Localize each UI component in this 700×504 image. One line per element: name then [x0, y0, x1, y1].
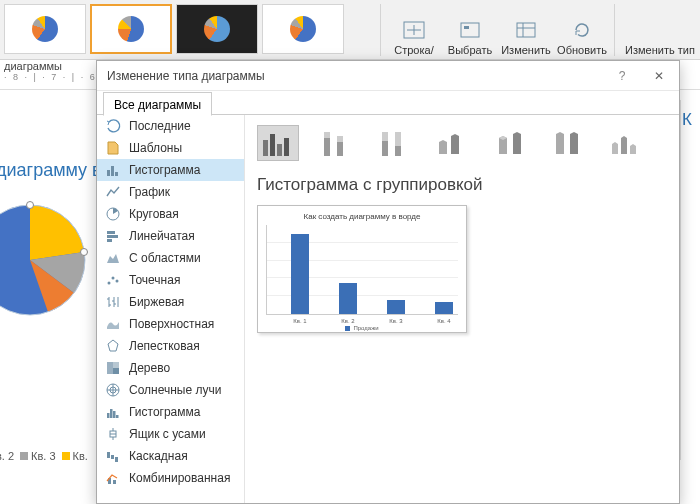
line-icon: [105, 184, 121, 200]
chart-category-label: Дерево: [129, 361, 170, 375]
preview-x-label: Кв. 2: [336, 318, 360, 324]
subtype-3d-clustered[interactable]: [431, 125, 473, 161]
svg-rect-47: [395, 132, 401, 146]
svg-point-10: [81, 249, 88, 256]
chart-category-label: Круговая: [129, 207, 179, 221]
hist2-icon: [105, 404, 121, 420]
chart-category-label: Последние: [129, 119, 191, 133]
dialog-help-button[interactable]: ?: [611, 61, 633, 91]
svg-rect-21: [107, 362, 113, 374]
subtype-3d-100-stacked[interactable]: [547, 125, 589, 161]
svg-rect-13: [115, 172, 118, 176]
subtype-stacked-column[interactable]: [315, 125, 357, 161]
surface-icon: [105, 316, 121, 332]
preview-bar: [435, 302, 453, 314]
chart-category-label: Солнечные лучи: [129, 383, 221, 397]
switch-row-col-button[interactable]: Строка/: [386, 2, 442, 58]
pie-icon: [105, 206, 121, 222]
svg-rect-40: [324, 138, 330, 156]
dialog-tabstrip: Все диаграммы: [97, 91, 679, 115]
chart-style-1[interactable]: [4, 4, 86, 54]
chart-category-label: Каскадная: [129, 449, 188, 463]
svg-rect-38: [277, 144, 282, 156]
chart-category-pie[interactable]: Круговая: [97, 203, 244, 225]
dialog-close-button[interactable]: ✕: [639, 61, 679, 91]
sunburst-icon: [105, 382, 121, 398]
chart-category-label: Биржевая: [129, 295, 184, 309]
select-data-button[interactable]: Выбрать: [442, 2, 498, 58]
ribbon: Строка/ Выбрать Изменить Обновить Измени…: [0, 0, 700, 60]
chart-category-label: Шаблоны: [129, 141, 182, 155]
svg-rect-35: [113, 480, 116, 484]
switch-icon: [402, 18, 426, 42]
chart-category-surface[interactable]: Поверхностная: [97, 313, 244, 335]
chart-category-waterfall[interactable]: Каскадная: [97, 445, 244, 467]
svg-point-19: [112, 277, 115, 280]
chart-category-label: График: [129, 185, 170, 199]
chart-category-templates[interactable]: Шаблоны: [97, 137, 244, 159]
subtype-100-stacked-column[interactable]: [373, 125, 415, 161]
select-label: Выбрать: [448, 44, 492, 56]
chart-category-label: Гистограмма: [129, 405, 200, 419]
chart-category-label: Лепестковая: [129, 339, 200, 353]
radar-icon: [105, 338, 121, 354]
chart-category-list: ПоследниеШаблоныГистограммаГрафикКругова…: [97, 115, 245, 503]
chart-style-3[interactable]: [176, 4, 258, 54]
chart-style-4[interactable]: [262, 4, 344, 54]
side-pane-edge: [680, 100, 700, 460]
chart-category-hist2[interactable]: Гистограмма: [97, 401, 244, 423]
chart-category-line[interactable]: График: [97, 181, 244, 203]
svg-rect-22: [113, 362, 119, 368]
preview-chart-title: Как создать диаграмму в ворде: [266, 212, 458, 221]
svg-rect-1: [461, 23, 479, 37]
chart-category-histogram[interactable]: Гистограмма: [97, 159, 244, 181]
svg-rect-3: [517, 23, 535, 37]
edit-data-button[interactable]: Изменить: [498, 2, 554, 58]
svg-rect-17: [107, 239, 112, 242]
preview-bar: [387, 300, 405, 314]
chart-category-label: Поверхностная: [129, 317, 214, 331]
svg-rect-37: [270, 134, 275, 156]
chart-category-area[interactable]: С областями: [97, 247, 244, 269]
chart-category-bar[interactable]: Линейчатая: [97, 225, 244, 247]
refresh-icon: [570, 18, 594, 42]
chart-category-sunburst[interactable]: Солнечные лучи: [97, 379, 244, 401]
chart-category-stock[interactable]: Биржевая: [97, 291, 244, 313]
chart-category-recent[interactable]: Последние: [97, 115, 244, 137]
svg-point-20: [116, 280, 119, 283]
chart-subtype-panel: Гистограмма с группировкой Как создать д…: [245, 115, 679, 503]
chart-subtype-row: [257, 125, 667, 161]
chart-category-label: С областями: [129, 251, 201, 265]
tab-all-charts[interactable]: Все диаграммы: [103, 92, 212, 116]
svg-rect-36: [263, 140, 268, 156]
chart-category-label: Линейчатая: [129, 229, 195, 243]
chart-category-combo[interactable]: Комбинированная: [97, 467, 244, 489]
chart-preview[interactable]: Как создать диаграмму в ворде Кв. 1Кв. 2…: [257, 205, 467, 333]
preview-bar: [291, 234, 309, 314]
svg-rect-15: [107, 231, 115, 234]
chart-category-tree[interactable]: Дерево: [97, 357, 244, 379]
chart-category-box[interactable]: Ящик с усами: [97, 423, 244, 445]
subtype-3d-stacked[interactable]: [489, 125, 531, 161]
preview-plot-area: Кв. 1Кв. 2Кв. 3Кв. 4: [266, 225, 458, 315]
svg-rect-26: [107, 413, 110, 418]
svg-rect-2: [464, 26, 469, 29]
chart-category-radar[interactable]: Лепестковая: [97, 335, 244, 357]
svg-rect-41: [324, 132, 330, 138]
refresh-data-button[interactable]: Обновить: [554, 2, 610, 58]
bar-icon: [105, 228, 121, 244]
subtype-3d-column[interactable]: [605, 125, 647, 161]
chart-style-2[interactable]: [90, 4, 172, 54]
chart-subtype-title: Гистограмма с группировкой: [257, 175, 667, 195]
area-icon: [105, 250, 121, 266]
subtype-clustered-column[interactable]: [257, 125, 299, 161]
svg-rect-42: [337, 142, 343, 156]
svg-rect-16: [107, 235, 118, 238]
chart-category-label: Комбинированная: [129, 471, 230, 485]
change-chart-type-button[interactable]: Изменить тип: [622, 2, 698, 58]
chart-category-scatter[interactable]: Точечная: [97, 269, 244, 291]
side-heading-partial: К: [682, 110, 692, 130]
doc-pie-chart[interactable]: [0, 200, 90, 320]
svg-rect-27: [110, 409, 113, 418]
preview-bar: [339, 283, 357, 314]
